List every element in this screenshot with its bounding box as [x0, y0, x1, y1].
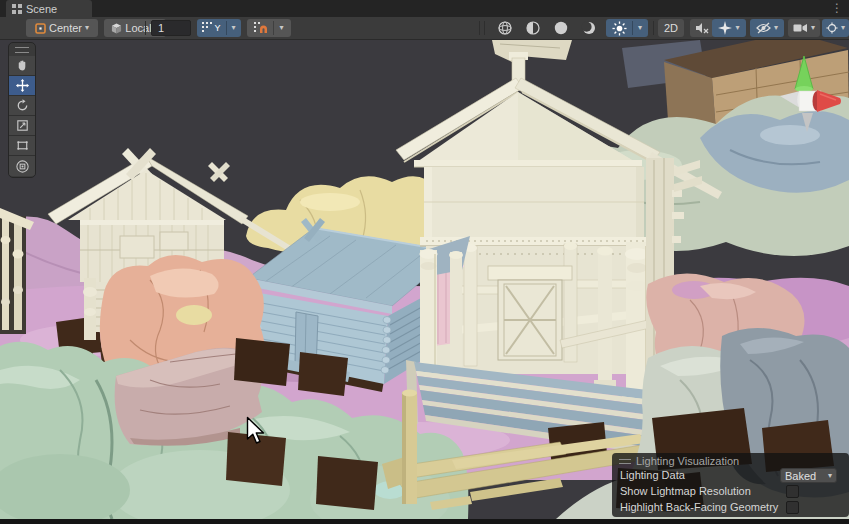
tool-view-hand[interactable]: [9, 56, 35, 76]
half-sphere-icon: [525, 20, 541, 36]
tools-overlay: [8, 42, 36, 178]
chevron-down-icon: ▾: [828, 472, 832, 480]
gizmo-crosshair-icon: [826, 21, 838, 35]
show-lightmap-label: Show Lightmap Resolution: [620, 485, 751, 497]
chevron-down-icon: ▾: [638, 24, 642, 32]
highlight-backfacing-checkbox[interactable]: [786, 501, 799, 514]
pivot-mode-dropdown[interactable]: Center ▾: [26, 19, 98, 37]
scale-icon: [15, 118, 30, 133]
tab-scene[interactable]: Scene: [6, 0, 92, 17]
toolbar-separator: [484, 21, 485, 35]
chevron-down-icon: ▾: [811, 24, 815, 32]
cube-icon: [111, 23, 122, 34]
panel-drag-handle[interactable]: [619, 459, 631, 464]
toolbar-separator: [653, 21, 654, 35]
lighting-data-dropdown[interactable]: Baked ▾: [780, 468, 837, 483]
chevron-down-icon: ▾: [841, 24, 845, 32]
shaded-wire-mode-button[interactable]: [492, 19, 518, 37]
highlight-backfacing-row: Highlight Back-Facing Geometry: [612, 500, 849, 516]
filled-sphere-icon: [553, 20, 569, 36]
grid-axis-label: Y: [214, 23, 220, 33]
effects-dropdown[interactable]: ▾: [712, 19, 746, 37]
grid-icon: [12, 4, 22, 14]
chevron-down-icon: ▾: [232, 24, 236, 32]
lighting-visualization-panel: Lighting Visualization Lighting Data Bak…: [612, 453, 849, 517]
speaker-muted-icon: [695, 22, 709, 34]
unity-scene-window: Scene ⋮ Center ▾ Local ▾: [0, 0, 849, 524]
move-icon: [15, 78, 30, 93]
toolbar-separator: [479, 21, 480, 35]
grid-size-input[interactable]: [151, 20, 191, 36]
chevron-down-icon: ▾: [279, 24, 283, 32]
tool-scale[interactable]: [9, 116, 35, 136]
lighting-panel-title: Lighting Visualization: [636, 455, 739, 467]
lighting-data-label: Lighting Data: [620, 469, 685, 481]
shaded-mode-button[interactable]: [548, 19, 574, 37]
camera-icon: [793, 22, 808, 34]
2d-mode-button[interactable]: 2D: [658, 19, 684, 37]
overdraw-mode-button[interactable]: [576, 19, 602, 37]
overflow-menu-icon[interactable]: ⋮: [831, 1, 843, 16]
tool-transform[interactable]: [9, 156, 35, 176]
tab-label: Scene: [26, 3, 57, 15]
snap-settings-dropdown[interactable]: ▾: [247, 19, 291, 37]
lighting-data-row: Lighting Data Baked ▾: [612, 468, 849, 484]
chevron-down-icon: ▾: [735, 24, 739, 32]
rotate-icon: [15, 98, 30, 113]
scene-viewport[interactable]: x: [0, 40, 849, 519]
snap-magnet-icon: [254, 22, 268, 34]
audio-mute-button[interactable]: [690, 19, 714, 37]
wire-sphere-icon: [497, 20, 513, 36]
camera-settings-dropdown[interactable]: ▾: [788, 19, 820, 37]
crescent-icon: [581, 20, 597, 36]
scene-toolbar: Center ▾ Local ▾ Y ▾: [0, 17, 849, 40]
highlight-backfacing-label: Highlight Back-Facing Geometry: [620, 501, 778, 513]
lighting-panel-header: Lighting Visualization: [612, 453, 849, 468]
pivot-icon: [35, 23, 46, 34]
chevron-down-icon: ▾: [774, 24, 778, 32]
tool-rotate[interactable]: [9, 96, 35, 116]
toolbar-separator: [145, 21, 146, 35]
rect-tool-icon: [15, 138, 30, 153]
grid-visibility-dropdown[interactable]: Y ▾: [197, 19, 241, 37]
chevron-down-icon: ▾: [85, 24, 89, 32]
transform-icon: [15, 159, 30, 174]
tool-move[interactable]: [9, 76, 35, 96]
show-lightmap-row: Show Lightmap Resolution: [612, 484, 849, 500]
eye-slash-icon: [756, 22, 771, 34]
gizmos-dropdown[interactable]: ▾: [822, 19, 849, 37]
scene-lighting-dropdown[interactable]: ▾: [606, 19, 648, 37]
tab-bar: Scene ⋮: [0, 0, 849, 17]
sparkle-icon: [718, 21, 732, 35]
tools-drag-handle[interactable]: [15, 47, 29, 53]
hidden-objects-dropdown[interactable]: ▾: [750, 19, 784, 37]
show-lightmap-checkbox[interactable]: [786, 485, 799, 498]
half-shaded-mode-button[interactable]: [520, 19, 546, 37]
window-bottom-edge: [0, 519, 849, 524]
tool-rect[interactable]: [9, 136, 35, 156]
sun-icon: [612, 21, 627, 36]
hand-icon: [15, 58, 30, 73]
